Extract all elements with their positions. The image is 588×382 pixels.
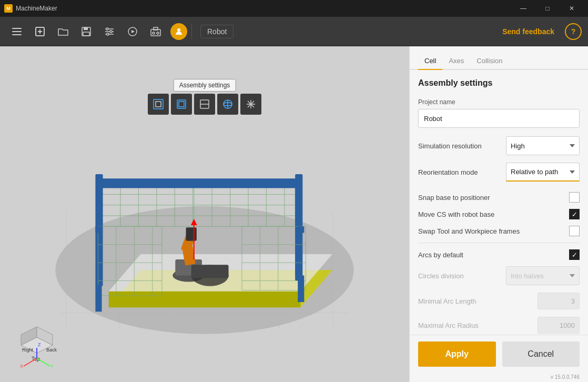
titlebar: M MachineMaker — □ ✕	[0, 0, 588, 17]
svg-rect-2	[12, 34, 22, 35]
svg-rect-84	[95, 285, 102, 312]
arcs-default-checkbox[interactable]	[569, 249, 580, 260]
svg-line-99	[37, 358, 50, 366]
robot-config-button[interactable]	[145, 21, 166, 42]
right-panel: Cell Axes Collision Assembly settings Pr…	[409, 46, 588, 382]
svg-line-97	[24, 358, 37, 366]
maximal-arc-value: 1000	[538, 317, 580, 334]
svg-point-20	[157, 32, 159, 34]
maximal-arc-row: Maximal Arc Radius 1000	[418, 317, 580, 334]
user-button[interactable]	[170, 23, 187, 40]
simulation-resolution-label: Simulation resolution	[418, 142, 506, 150]
svg-point-21	[177, 28, 180, 32]
svg-point-12	[106, 28, 108, 30]
svg-text:X: X	[20, 364, 23, 369]
move-cs-row: Move CS with robot base	[418, 209, 580, 219]
reorientation-mode-select[interactable]: Relative to path Absolute None	[506, 163, 580, 182]
project-name-field: Project name	[418, 98, 580, 128]
maximize-button[interactable]: □	[535, 0, 560, 17]
viewport-toolbar	[148, 94, 261, 115]
tab-axes[interactable]: Axes	[442, 53, 470, 69]
toolbar-divider	[191, 24, 192, 39]
svg-text:Y: Y	[50, 364, 54, 369]
svg-point-19	[153, 32, 155, 34]
axes-indicator: Top Right Back X Y Z	[11, 319, 63, 371]
section-divider	[418, 243, 580, 243]
robot-label: Robot	[200, 25, 234, 38]
app-title: MachineMaker	[16, 5, 57, 12]
maximal-arc-label: Maximal Arc Radius	[418, 321, 538, 329]
snap-base-row: Snap base to positioner	[418, 192, 580, 203]
circles-division-label: Circles division	[418, 272, 506, 280]
arcs-default-row: Arcs by default	[418, 249, 580, 260]
view-top-button[interactable]	[194, 94, 215, 115]
svg-rect-62	[98, 178, 299, 188]
version-text: v 15.0.0.746	[410, 373, 588, 382]
view-front-button[interactable]	[148, 94, 169, 115]
svg-text:Right: Right	[22, 347, 34, 353]
main-content: Assembly settings	[0, 46, 588, 382]
viewport-tooltip: Assembly settings	[174, 79, 236, 92]
close-button[interactable]: ✕	[560, 0, 584, 17]
snap-base-checkbox[interactable]	[569, 192, 580, 203]
svg-text:Z: Z	[38, 342, 41, 347]
svg-rect-86	[95, 226, 102, 233]
panel-content: Assembly settings Project name Simulatio…	[410, 70, 588, 335]
send-feedback-button[interactable]: Send feedback	[502, 27, 554, 36]
project-name-label: Project name	[418, 98, 580, 106]
svg-rect-8	[83, 32, 89, 36]
view-perspective-button[interactable]	[217, 94, 238, 115]
panel-tabs: Cell Axes Collision	[410, 46, 588, 70]
add-button[interactable]	[29, 21, 50, 42]
swap-tool-row: Swap Tool and Workpiece frames	[418, 226, 580, 236]
simulation-resolution-select[interactable]: High Medium Low	[506, 136, 580, 155]
help-button[interactable]: ?	[565, 23, 582, 40]
move-cs-checkbox[interactable]	[569, 209, 580, 219]
svg-rect-90	[191, 265, 229, 278]
window-controls: — □ ✕	[511, 0, 584, 17]
svg-rect-87	[298, 226, 304, 233]
project-name-input[interactable]	[418, 109, 580, 128]
play-button[interactable]	[122, 21, 143, 42]
titlebar-left: M MachineMaker	[4, 4, 57, 13]
svg-point-14	[107, 33, 109, 35]
minimal-arc-row: Minimal Arc Length 3	[418, 293, 580, 309]
cancel-button[interactable]: Cancel	[502, 341, 580, 367]
view-maximize-button[interactable]	[240, 94, 261, 115]
folder-button[interactable]	[53, 21, 74, 42]
svg-rect-18	[154, 27, 158, 30]
svg-rect-1	[12, 31, 22, 32]
save-button[interactable]	[76, 21, 97, 42]
svg-rect-0	[12, 28, 22, 29]
hamburger-menu-button[interactable]	[6, 21, 27, 42]
simulation-resolution-row: Simulation resolution High Medium Low	[418, 136, 580, 155]
minimal-arc-value: 3	[538, 293, 580, 309]
svg-marker-16	[131, 30, 135, 33]
svg-rect-23	[156, 102, 161, 107]
app-logo: M	[4, 4, 13, 13]
panel-title: Assembly settings	[418, 78, 580, 88]
svg-marker-39	[109, 291, 301, 307]
circles-division-row: Circles division Into halves	[418, 266, 580, 285]
svg-text:Back: Back	[46, 347, 57, 353]
minimize-button[interactable]: —	[511, 0, 535, 17]
move-cs-label: Move CS with robot base	[418, 210, 569, 218]
minimal-arc-label: Minimal Arc Length	[418, 297, 538, 305]
svg-rect-7	[84, 27, 88, 30]
tab-collision[interactable]: Collision	[470, 53, 509, 69]
toolbar: Robot Send feedback ?	[0, 17, 588, 46]
viewport[interactable]: Assembly settings	[0, 46, 409, 382]
circles-division-select: Into halves	[506, 266, 580, 285]
swap-tool-label: Swap Tool and Workpiece frames	[418, 227, 569, 235]
svg-rect-25	[179, 102, 184, 107]
arcs-default-label: Arcs by default	[418, 251, 569, 259]
view-iso-button[interactable]	[171, 94, 192, 115]
apply-button[interactable]: Apply	[418, 341, 496, 367]
panel-footer: Apply Cancel	[410, 335, 588, 373]
svg-rect-22	[154, 99, 163, 109]
svg-rect-70	[186, 227, 197, 240]
svg-point-13	[110, 31, 112, 33]
tab-cell[interactable]: Cell	[418, 53, 442, 70]
swap-tool-checkbox[interactable]	[569, 226, 580, 236]
settings-button[interactable]	[99, 21, 120, 42]
